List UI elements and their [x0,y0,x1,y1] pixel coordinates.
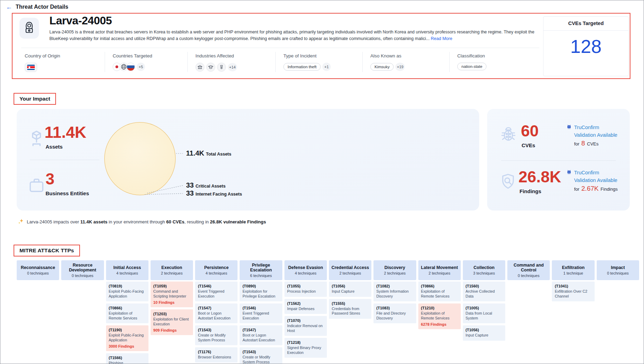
mitre-tactic-header: Impact0 techniques [597,260,639,280]
mitre-tactic-header: Initial Access4 techniques [106,260,148,280]
mitre-technique-cell[interactable]: (T1059)Command and Scripting Interpreter… [151,282,193,307]
truconfirm-cves-count: for 8 CVEs [574,140,627,147]
mitre-technique-cell[interactable]: (T1562)Impair Defenses [284,299,327,314]
education-industry-icon[interactable] [206,63,215,72]
mitre-technique-cell[interactable]: (T1082)System Information Discovery [373,282,416,301]
mitre-tactic-header: Lateral Movement2 techniques [418,260,461,280]
internet-facing-assets-callout: 33Internet Facing Assets [186,189,242,197]
threat-actor-avatar [19,18,39,39]
cves-value: 60 [521,123,539,139]
read-more-link[interactable]: Read More [431,36,452,41]
mitre-technique-cell[interactable]: (T1566)Phishing [106,353,148,364]
hacker-icon [23,20,36,36]
impact-assets-card: 11.4K Assets 3 Business Entities 11.4KTo… [17,109,479,211]
mitre-section-title: MITRE ATT&CK TTPs [14,245,80,256]
total-assets-callout: 11.4KTotal Assets [186,149,231,157]
findings-shield-magnifier-icon [499,172,517,192]
mitre-tactic-column: (T1041)Exfiltration Over C2 Channel [552,282,594,301]
cves-label: CVEs [522,142,535,148]
assets-bubble[interactable] [104,122,176,195]
mitre-technique-cell[interactable]: (T1056)Input Capture [463,325,505,341]
truconfirm-robot-icon [566,169,572,176]
russia-flag-icon[interactable] [127,63,135,71]
mitre-technique-cell[interactable]: (T0866)Exploitation of Remote Services [418,282,461,301]
findings-label: Findings [520,188,541,194]
mitre-tactic-column: (T1055)Process Injection(T1562)Impair De… [284,282,327,358]
truconfirm-cves-link[interactable]: TruConfirm [574,124,599,131]
mitre-tactic-column: (T1056)Input Capture(T1555)Credentials f… [329,282,371,319]
mitre-technique-cell[interactable]: (T1560)Archive Collected Data [463,282,505,301]
attr-classification: Classification nation-state [449,52,539,72]
incident-type-chip[interactable]: Information theft [283,63,321,71]
mitre-tactic-header: Privilege Escalation6 techniques [240,260,282,280]
mitre-tactic-column: (T1560)Archive Collected Data(T1005)Data… [463,282,505,341]
truconfirm-findings-link-line2[interactable]: Validation Available [574,176,627,184]
assets-cube-icon [27,129,46,149]
mitre-technique-cell[interactable]: (T0866)Exploitation of Remote Services [106,303,148,323]
mitre-technique-cell[interactable]: (T1218)Signed Binary Proxy Execution [284,338,327,358]
mitre-technique-cell[interactable]: (T1547)Boot or Logon Autostart Execution [195,303,238,323]
alias-more-badge[interactable]: +19 [395,63,405,71]
impact-summary: Larva-24005 impacts over 11.4K assets in… [18,218,266,225]
truconfirm-findings-block: TruConfirm Validation Available for 2.67… [566,169,627,192]
mitre-tactic-column: (T1059)Command and Scripting Interpreter… [151,282,193,335]
cves-targeted-card: CVEs Targeted 128 [543,16,629,76]
mitre-technique-cell[interactable]: (T1546)Event Triggered Execution [195,282,238,301]
truconfirm-findings-link[interactable]: TruConfirm [574,169,599,176]
threat-actor-name: Larva-24005 [49,14,112,27]
mitre-tactic-header: Command and Control0 techniques [507,260,550,280]
attr-country-of-origin: Country of Origin [21,52,105,72]
mitre-tactic-column: (T0819)Exploit Public-Facing Application… [106,282,148,364]
bank-industry-icon[interactable] [195,63,204,72]
attr-also-known-as: Also Known as Kimsuky +19 [362,52,449,72]
energy-industry-icon[interactable] [217,63,226,72]
mitre-technique-cell[interactable]: (T1555)Credentials from Password Stores [329,299,371,319]
truconfirm-robot-icon [566,124,572,131]
mitre-tactic-column: (T0866)Exploitation of Remote Services(T… [418,282,461,329]
mitre-technique-cell[interactable]: (T1543)Create or Modify System Process [240,347,282,364]
mitre-technique-cell[interactable]: (T1190)Exploit Public-Facing Application… [106,325,148,351]
mitre-tactic-header: Credential Access2 techniques [329,260,371,280]
incident-more-badge[interactable]: +1 [322,63,331,71]
back-arrow-icon[interactable]: ← [6,4,12,10]
mitre-technique-cell[interactable]: (T1176)Browser Extensions [195,347,238,363]
threat-actor-details-page: ← Threat Actor Details Larva-24005 Larva… [0,0,644,364]
truconfirm-findings-count: for 2.67K Findings [574,185,627,192]
alias-chip[interactable]: Kimsuky [370,63,394,71]
assets-value: 11.4K [45,124,86,140]
mitre-technique-cell[interactable]: (T1041)Exfiltration Over C2 Channel [552,282,594,301]
mitre-tactic-header: Persistence4 techniques [195,260,238,280]
mitre-technique-cell[interactable]: (T1070)Indicator Removal on Host [284,316,327,336]
findings-value: 26.8K [518,169,561,185]
mitre-tactic-column: (T0890)Exploitation for Privilege Escala… [240,282,282,364]
mitre-technique-cell[interactable]: (T0890)Exploitation for Privilege Escala… [240,282,282,301]
mitre-technique-cell[interactable]: (T1055)Process Injection [284,282,327,297]
truconfirm-cves-link-line2[interactable]: Validation Available [574,131,627,139]
classification-chip[interactable]: nation-state [457,63,486,70]
mitre-tactic-column: (T1546)Event Triggered Execution(T1547)B… [195,282,238,363]
mitre-technique-cell[interactable]: (T1203)Exploitation for Client Execution… [151,309,193,335]
attr-type-of-incident: Type of Incident Information theft +1 [275,52,362,72]
countries-more-badge[interactable]: +5 [137,63,145,71]
business-entities-value: 3 [46,171,55,187]
page-title: Threat Actor Details [16,4,68,10]
hero-divider [21,48,539,48]
mitre-tactic-header: Defense Evasion4 techniques [284,260,327,280]
mitre-attck-matrix: Reconnaissance0 techniquesResource Devel… [17,260,639,364]
mitre-technique-cell[interactable]: (T1083)File and Directory Discovery [373,303,416,323]
threat-actor-description: Larva-24005 is a threat actor that breac… [49,29,534,42]
impact-cves-findings-card: 60 CVEs TruConfirm Validation Available … [487,109,630,211]
mitre-technique-cell[interactable]: (T1056)Input Capture [329,282,371,297]
industries-more-badge[interactable]: +14 [228,63,237,71]
business-entities-label: Business Entities [46,190,89,196]
mitre-technique-cell[interactable]: (T1543)Create or Modify System Process [195,325,238,345]
north-korea-flag-icon[interactable] [25,63,37,72]
sparkle-icon [18,218,24,225]
mitre-technique-cell[interactable]: (T1210)Exploitation of Remote Services62… [418,303,461,329]
mitre-header-row: Reconnaissance0 techniquesResource Devel… [17,260,639,280]
mitre-technique-cell[interactable]: (T1546)Event Triggered Execution [240,303,282,323]
mitre-technique-cell[interactable]: (T1005)Data from Local System [463,303,505,323]
stats-divider [30,160,99,160]
mitre-technique-cell[interactable]: (T1547)Boot or Logon Autostart Execution [240,325,282,345]
mitre-technique-cell[interactable]: (T0819)Exploit Public-Facing Application [106,282,148,301]
